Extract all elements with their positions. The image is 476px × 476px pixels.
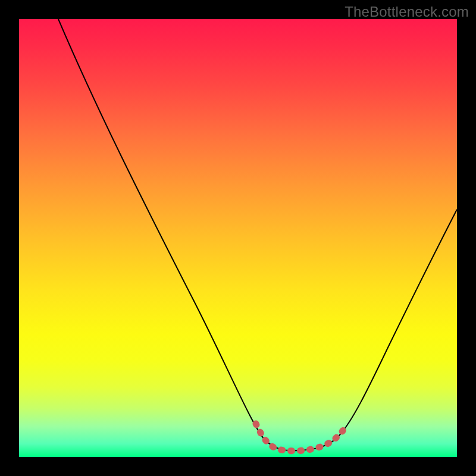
- chart-frame: TheBottleneck.com: [0, 0, 476, 476]
- highlight-band: [256, 424, 346, 451]
- bottleneck-curve: [58, 19, 457, 450]
- watermark-text: TheBottleneck.com: [345, 4, 469, 20]
- plot-area: [19, 19, 457, 457]
- chart-svg: [19, 19, 457, 457]
